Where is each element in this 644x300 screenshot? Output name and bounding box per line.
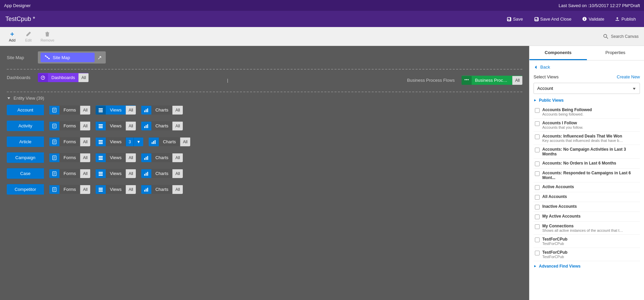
publish-button[interactable]: Publish [612,15,639,23]
svg-rect-63 [144,174,145,175]
entity-forms-component[interactable]: Forms All [49,153,90,162]
view-checkbox[interactable] [535,195,540,200]
dashboards-button[interactable]: Dashboards All [38,73,89,82]
entity-views-component[interactable]: Views All [96,153,136,162]
list-item[interactable]: Accounts Being Followed Accounts being f… [534,105,640,119]
select-views-label: Select Views [534,74,559,79]
views-all[interactable]: All [126,153,136,162]
entity-views-component[interactable]: Views All [96,185,136,194]
tab-components[interactable]: Components [529,46,587,60]
entity-name-button[interactable]: Account [7,105,44,115]
list-item[interactable]: Accounts: No Orders in Last 6 Months [534,159,640,169]
list-item[interactable]: Active Accounts [534,182,640,192]
charts-all[interactable]: All [172,169,182,178]
svg-rect-72 [99,191,103,192]
forms-all[interactable]: All [80,122,90,130]
entity-charts-component[interactable]: Charts All [141,169,183,178]
entity-views-component[interactable]: Views All [96,169,136,178]
site-map-open-button[interactable]: ↗ [96,54,103,61]
view-title: Accounts: No Campaign Activities in Last… [542,147,639,156]
list-item[interactable]: My Active Accounts [534,212,640,222]
list-item[interactable]: TestForCPub TestForCPub [534,248,640,261]
charts-all[interactable]: All [172,153,182,162]
entity-charts-component[interactable]: Charts All [141,185,183,194]
svg-rect-75 [147,188,148,191]
save-and-close-button[interactable]: Save And Close [531,15,574,23]
public-views-header[interactable]: Public Views [534,98,640,103]
view-checkbox[interactable] [535,134,540,139]
svg-rect-54 [146,157,147,160]
forms-all[interactable]: All [80,185,90,194]
list-item[interactable]: Accounts: No Campaign Activities in Last… [534,145,640,159]
advanced-find-views-header[interactable]: Advanced Find Views [534,264,640,269]
entity-name-button[interactable]: Case [7,168,44,179]
tab-properties[interactable]: Properties [587,46,644,60]
list-item[interactable]: My Connections Shows all active instance… [534,222,640,235]
list-item[interactable]: All Accounts [534,192,640,202]
site-map-button[interactable]: Site Map [41,53,95,62]
list-item[interactable]: Inactive Accounts [534,202,640,212]
create-new-link[interactable]: Create New [617,74,640,79]
bpf-button[interactable]: Business Proce... All [462,76,522,85]
entity-views-component[interactable]: Views All [96,121,136,130]
list-item[interactable]: Accounts: Responded to Campaigns in Last… [534,169,640,182]
forms-all[interactable]: All [80,153,90,162]
entity-charts-component[interactable]: Charts All [149,137,190,146]
add-button[interactable]: Add [5,29,19,44]
view-checkbox[interactable] [535,185,540,190]
views-all[interactable]: All [126,169,136,178]
view-checkbox[interactable] [535,251,540,255]
view-checkbox[interactable] [535,161,540,166]
charts-all[interactable]: All [172,122,182,130]
view-checkbox[interactable] [535,171,540,176]
charts-all[interactable]: All [172,185,182,194]
forms-all[interactable]: All [80,138,90,146]
entity-charts-component[interactable]: Charts All [141,105,183,115]
list-item[interactable]: Accounts I Follow Accounts that you foll… [534,119,640,132]
list-item[interactable]: Accounts: Influenced Deals That We Won K… [534,132,640,145]
validate-button[interactable]: Validate [579,15,607,23]
view-checkbox[interactable] [535,205,540,209]
entity-views-component[interactable]: Views 3 ▼ [96,137,143,146]
views-count[interactable]: 3 [126,138,134,146]
entity-forms-component[interactable]: Forms All [49,185,90,194]
entity-forms-component[interactable]: Forms All [49,137,90,146]
views-all[interactable]: All [126,122,136,130]
list-item[interactable]: TestForCPub TestForCPub [534,235,640,248]
svg-rect-21 [99,110,103,111]
remove-button[interactable]: Remove [38,29,57,44]
views-icon [96,153,106,162]
view-checkbox[interactable] [535,108,540,113]
view-checkbox[interactable] [535,148,540,152]
entity-forms-component[interactable]: Forms All [49,105,90,115]
entity-name-button[interactable]: Article [7,136,44,147]
charts-all[interactable]: All [180,138,190,146]
views-all[interactable]: All [126,185,136,194]
views-all[interactable]: All [126,106,136,115]
entity-dropdown[interactable]: Account [534,83,640,94]
view-checkbox[interactable] [535,215,540,219]
entity-view-header[interactable]: Entity View (39) [7,96,522,101]
forms-all[interactable]: All [80,169,90,178]
entity-name-button[interactable]: Activity [7,121,44,131]
entity-forms-component[interactable]: Forms All [49,169,90,178]
back-button[interactable]: Back [534,65,640,70]
svg-marker-15 [7,97,10,99]
entity-charts-component[interactable]: Charts All [141,153,183,162]
svg-rect-32 [99,127,103,128]
forms-all[interactable]: All [80,106,90,115]
entity-name-button[interactable]: Campaign [7,152,44,163]
view-checkbox[interactable] [535,121,540,126]
entity-forms-component[interactable]: Forms All [49,121,90,130]
edit-button[interactable]: Edit [22,29,35,44]
svg-marker-79 [534,265,536,267]
entity-views-component[interactable]: Views All [96,105,136,115]
view-checkbox[interactable] [535,238,540,242]
save-button[interactable]: Save [504,15,526,23]
entity-charts-component[interactable]: Charts All [141,121,183,130]
entity-row: Activity Forms All Views All Charts All [7,121,522,131]
charts-all[interactable]: All [172,106,182,115]
entity-name-button[interactable]: Competitor [7,184,44,195]
view-checkbox[interactable] [535,224,540,229]
views-chevron[interactable]: ▼ [133,138,143,146]
